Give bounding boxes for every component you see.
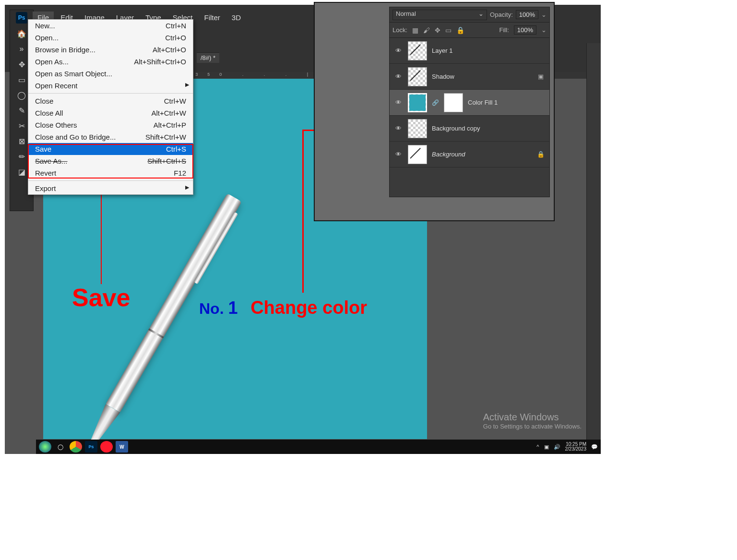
layer-name-label[interactable]: Background <box>432 151 465 158</box>
menu-separator <box>28 180 193 181</box>
taskbar-cortana-icon[interactable]: ◯ <box>54 441 67 453</box>
menu-item-shortcut: Ctrl+S <box>166 145 186 153</box>
layer-visibility-icon[interactable]: 👁 <box>393 125 403 132</box>
file-menu-item[interactable]: Save As...Shift+Ctrl+S <box>28 155 193 167</box>
layer-lock-icon: 🔒 <box>536 151 546 158</box>
fill-label: Fill: <box>499 26 509 34</box>
menu-item-shortcut: Ctrl+N <box>166 22 186 30</box>
menu-item-label: Browse in Bridge... <box>35 46 95 54</box>
fill-value[interactable]: 100% <box>514 25 536 35</box>
file-menu-item[interactable]: Close AllAlt+Ctrl+W <box>28 107 193 119</box>
submenu-arrow-icon: ▶ <box>185 82 189 88</box>
file-menu-item[interactable]: CloseCtrl+W <box>28 95 193 107</box>
layer-thumbnail[interactable] <box>408 67 427 86</box>
menu-filter[interactable]: Filter <box>200 12 225 24</box>
layer-visibility-icon[interactable]: 👁 <box>393 99 403 106</box>
menu-item-shortcut: Shift+Ctrl+S <box>147 157 186 165</box>
chevron-down-icon[interactable]: ⌄ <box>541 26 547 34</box>
taskbar-opera-icon[interactable] <box>100 441 113 453</box>
file-menu-item[interactable]: Close and Go to Bridge...Shift+Ctrl+W <box>28 131 193 143</box>
pen-illustration <box>71 193 242 454</box>
menu-separator <box>28 93 193 94</box>
tray-notifications-icon[interactable]: 💬 <box>591 444 598 450</box>
lock-move-icon[interactable]: ✥ <box>435 26 440 34</box>
layer-name-label[interactable]: Layer 1 <box>432 47 452 54</box>
layers-blend-row: Normal ⌄ Opacity: 100% ⌄ <box>390 7 549 23</box>
layer-name-label[interactable]: Color Fill 1 <box>468 99 498 106</box>
file-menu-item[interactable]: Close OthersAlt+Ctrl+P <box>28 119 193 131</box>
layer-visibility-icon[interactable]: 👁 <box>393 73 403 80</box>
layers-lock-row: Lock: ▦ 🖌 ✥ ▭ 🔒 Fill: 100% ⌄ <box>390 23 549 38</box>
chevron-down-icon: ⌄ <box>478 10 484 17</box>
menu-item-label: Save As... <box>35 157 68 165</box>
menu-item-shortcut: Ctrl+O <box>165 34 186 42</box>
lock-brush-icon[interactable]: 🖌 <box>423 26 430 34</box>
layer-row[interactable]: 👁Background copy <box>390 116 549 142</box>
file-menu-item[interactable]: Open As...Alt+Shift+Ctrl+O <box>28 56 193 68</box>
activate-sub: Go to Settings to activate Windows. <box>483 423 582 430</box>
menu-item-label: New... <box>35 22 55 30</box>
annotation-no-num: 1 <box>228 298 238 318</box>
menu-item-shortcut: Ctrl+W <box>164 97 186 105</box>
file-menu-item[interactable]: Open as Smart Object... <box>28 68 193 80</box>
menu-item-label: Close and Go to Bridge... <box>35 133 116 141</box>
taskbar-photoshop-icon[interactable]: Ps <box>85 441 97 453</box>
annotation-line-changecolor-v <box>302 130 304 293</box>
lock-transparent-icon[interactable]: ▦ <box>412 26 418 34</box>
menu-item-label: Open Recent <box>35 82 77 90</box>
layer-fx-icon[interactable]: ▣ <box>536 73 546 80</box>
file-menu-item[interactable]: Open...Ctrl+O <box>28 32 193 44</box>
layer-link-icon[interactable]: 🔗 <box>432 99 439 106</box>
file-menu-item[interactable]: RevertF12 <box>28 167 193 179</box>
tray-volume-icon[interactable]: 🔊 <box>554 444 560 450</box>
file-menu-item[interactable]: Browse in Bridge...Alt+Ctrl+O <box>28 44 193 56</box>
activate-title: Activate Windows <box>483 412 582 423</box>
taskbar-start-icon[interactable] <box>39 441 51 453</box>
opacity-label: Opacity: <box>490 11 513 18</box>
menu-item-label: Revert <box>35 169 56 177</box>
layer-visibility-icon[interactable]: 👁 <box>393 151 403 158</box>
taskbar-clock[interactable]: 10:25 PM 2/23/2023 <box>565 442 587 452</box>
windows-taskbar: ◯ Ps W ^ ▣ 🔊 10:25 PM 2/23/2023 💬 <box>36 440 601 454</box>
layer-thumbnail[interactable] <box>408 93 427 112</box>
file-menu-item[interactable]: Export▶ <box>28 182 193 194</box>
menu-item-shortcut: F12 <box>174 169 186 177</box>
document-tab-fragment[interactable]: /8#) * <box>197 52 219 63</box>
layers-panel: Normal ⌄ Opacity: 100% ⌄ Lock: ▦ 🖌 ✥ ▭ 🔒… <box>389 7 550 197</box>
menu-item-shortcut: Shift+Ctrl+W <box>145 133 186 141</box>
system-tray: ^ ▣ 🔊 10:25 PM 2/23/2023 💬 <box>536 442 598 452</box>
layer-thumbnail[interactable] <box>408 145 427 164</box>
activate-windows-watermark: Activate Windows Go to Settings to activ… <box>483 412 582 430</box>
layer-row[interactable]: 👁Background🔒 <box>390 142 549 167</box>
tray-more-icon[interactable]: ^ <box>536 444 539 450</box>
file-menu-item[interactable]: SaveCtrl+S <box>28 143 193 155</box>
layer-name-label[interactable]: Background copy <box>432 125 480 132</box>
file-menu-dropdown: New...Ctrl+NOpen...Ctrl+OBrowse in Bridg… <box>28 19 193 195</box>
file-menu-item[interactable]: New...Ctrl+N <box>28 20 193 32</box>
menu-item-shortcut: Alt+Ctrl+O <box>153 46 186 54</box>
tray-network-icon[interactable]: ▣ <box>544 444 549 450</box>
taskbar-word-icon[interactable]: W <box>116 441 128 453</box>
lock-all-icon[interactable]: 🔒 <box>456 26 464 34</box>
chevron-down-icon[interactable]: ⌄ <box>541 11 547 18</box>
layer-name-label[interactable]: Shadow <box>432 73 454 80</box>
layer-thumbnail[interactable] <box>408 41 427 60</box>
file-menu-item[interactable]: Open Recent▶ <box>28 80 193 92</box>
layer-row[interactable]: 👁🔗Color Fill 1 <box>390 90 549 116</box>
menu-3d[interactable]: 3D <box>227 12 246 24</box>
layer-thumbnail[interactable] <box>408 119 427 138</box>
layer-mask-thumbnail[interactable] <box>444 93 463 112</box>
menu-item-label: Save <box>35 145 51 153</box>
taskbar-chrome-icon[interactable] <box>70 441 82 453</box>
menu-item-label: Open... <box>35 34 59 42</box>
lock-artboard-icon[interactable]: ▭ <box>445 26 452 34</box>
opacity-value[interactable]: 100% <box>516 10 538 19</box>
blend-mode-select[interactable]: Normal ⌄ <box>392 10 487 20</box>
layer-row[interactable]: 👁Shadow▣ <box>390 64 549 90</box>
right-panel-dock <box>586 43 601 454</box>
menu-item-shortcut: Alt+Shift+Ctrl+O <box>134 58 186 66</box>
layer-visibility-icon[interactable]: 👁 <box>393 47 403 54</box>
annotation-line-save <box>101 183 102 284</box>
menu-item-label: Close <box>35 97 53 105</box>
layer-row[interactable]: 👁Layer 1 <box>390 38 549 64</box>
